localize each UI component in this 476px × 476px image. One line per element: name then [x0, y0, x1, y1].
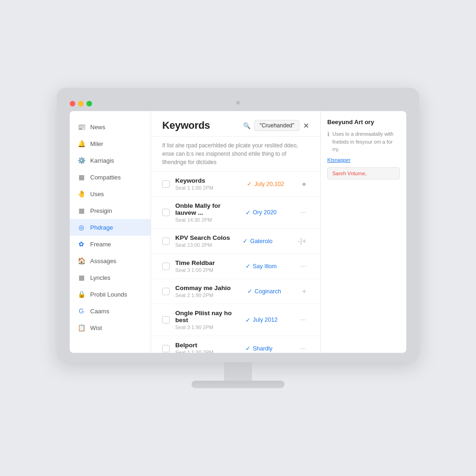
sidebar-item-uses[interactable]: 🤚 Uses — [70, 185, 151, 202]
list-item-actions[interactable]: ··· — [298, 207, 309, 218]
check-icon: ✓ — [243, 238, 248, 245]
traffic-light-red[interactable] — [70, 101, 75, 106]
list-checkbox[interactable] — [162, 238, 170, 245]
traffic-light-yellow[interactable] — [78, 101, 84, 106]
screen: 📰 News 🔔 Miler ⚙️ Karriagis ▦ Compatties… — [70, 111, 406, 353]
sidebar-icon-compatties: ▦ — [77, 173, 86, 181]
traffic-light-green[interactable] — [86, 101, 92, 106]
list-item-date: Seat 13:00 2PM — [175, 242, 237, 248]
list-info: Ongle Pliist nay ho best Seat 3 1:90 2PM — [175, 310, 240, 330]
list-item-actions[interactable]: + — [299, 286, 309, 297]
list-item: Commay me Jahio Seat 2 1:90 2PM ✓ Cogina… — [151, 279, 320, 304]
list-item: Time Reldbar Seat 3 1:00 2PM ✓ Say Illom… — [151, 254, 320, 279]
sidebar-label-wist: Wist — [90, 324, 102, 331]
search-query[interactable]: "Cruehanded" — [254, 120, 299, 131]
check-icon: ✓ — [245, 263, 251, 270]
sidebar-item-miler[interactable]: 🔔 Miler — [70, 135, 151, 152]
sidebar-icon-asssages: 🏠 — [77, 257, 86, 265]
list-item-date: Seat 2 1:90 2PM — [175, 292, 242, 298]
list-checkbox[interactable] — [162, 288, 170, 295]
panel-search-box[interactable]: Sanrh Vnlurne, — [327, 167, 400, 179]
sidebar-label-asssages: Asssages — [90, 258, 116, 264]
sidebar-item-probii-lounds[interactable]: 🔒 Probii Lounds — [70, 286, 151, 303]
list-info: Keywords Seat 1 1:00 2PM — [175, 177, 241, 191]
sidebar-icon-lyncles: ▦ — [77, 273, 86, 282]
sidebar-icon-miler: 🔔 — [77, 139, 86, 148]
check-icon: ✓ — [247, 180, 252, 187]
sidebar-icon-caams: G — [77, 307, 86, 315]
list-item-name: Time Reldbar — [175, 259, 240, 266]
list-item-date: Seat 3 1:90 2PM — [175, 324, 240, 330]
monitor-top — [70, 101, 406, 105]
sidebar-item-caams[interactable]: G Caams — [70, 303, 151, 319]
sidebar-item-asssages[interactable]: 🏠 Asssages — [70, 252, 151, 269]
traffic-lights — [70, 101, 92, 106]
list-item-name: Commay me Jahio — [175, 284, 242, 291]
sidebar-item-freame[interactable]: ✿ Freame — [70, 236, 151, 252]
list-item-actions[interactable]: ● — [299, 179, 309, 189]
panel-info-text: Uses lo a dreneaatally with fnebids in f… — [332, 130, 400, 153]
sidebar-icon-uses: 🤚 — [77, 190, 86, 198]
close-button[interactable]: ✕ — [303, 121, 309, 130]
list-info: KPV Search Colos Seat 13:00 2PM — [175, 234, 237, 248]
sidebar-icon-presigin: ▦ — [77, 206, 86, 215]
list-checkbox[interactable] — [162, 180, 170, 188]
monitor-wrapper: 📰 News 🔔 Miler ⚙️ Karriagis ▦ Compatties… — [57, 88, 419, 388]
list-item-name: Keywords — [175, 177, 241, 184]
sidebar-label-probii-lounds: Probii Lounds — [90, 291, 127, 298]
sidebar-item-karriagis[interactable]: ⚙️ Karriagis — [70, 152, 151, 169]
sidebar-icon-news: 📰 — [77, 123, 86, 131]
list-item-actions[interactable]: ··· — [298, 261, 309, 271]
list-info: Onble Mally for lauvew ... Seat 14:30 2P… — [175, 202, 240, 223]
search-icon: 🔍 — [243, 122, 251, 129]
list-item-actions[interactable]: ··· — [298, 315, 309, 325]
list-item-actions[interactable]: ··· — [298, 344, 309, 353]
list-item-date: Seat 1 1:00 2PM — [175, 185, 241, 191]
panel-info: ℹ Uses lo a dreneaatally with fnebids in… — [327, 130, 400, 153]
list-info: Belport Seat 1 1:30 2PM — [175, 342, 240, 353]
monitor-camera — [236, 101, 240, 105]
list-checkbox[interactable] — [162, 316, 170, 324]
list-checkbox[interactable] — [162, 209, 170, 216]
list-item: Ongle Pliist nay ho best Seat 3 1:90 2PM… — [151, 304, 320, 336]
sidebar-label-caams: Caams — [90, 308, 109, 315]
info-icon: ℹ — [327, 131, 330, 153]
sidebar-icon-karriagis: ⚙️ — [77, 156, 86, 165]
list-item-tag: ✓ Coginarch — [247, 288, 294, 295]
sidebar: 📰 News 🔔 Miler ⚙️ Karriagis ▦ Compatties… — [70, 111, 151, 353]
sidebar-icon-phdrage: ◎ — [77, 223, 86, 231]
list-item-actions[interactable]: -|+ — [295, 236, 309, 246]
list-item-name: KPV Search Colos — [175, 234, 237, 241]
sidebar-item-wist[interactable]: 📋 Wist — [70, 319, 151, 336]
list-info: Commay me Jahio Seat 2 1:90 2PM — [175, 284, 242, 298]
sidebar-label-news: News — [90, 124, 106, 131]
sidebar-label-uses: Uses — [90, 191, 104, 198]
sidebar-label-phdrage: Phdrage — [90, 224, 113, 231]
list-container: Keywords Seat 1 1:00 2PM ✓ July 20,102 ●… — [151, 172, 320, 353]
sidebar-item-news[interactable]: 📰 News — [70, 119, 151, 135]
sidebar-icon-freame: ✿ — [77, 240, 86, 248]
description-bar: If list ahe rpad pacerhlded de plcate yo… — [151, 137, 320, 172]
search-bar: 🔍 "Cruehanded" ✕ — [243, 120, 309, 131]
list-checkbox[interactable] — [162, 263, 170, 270]
check-icon: ✓ — [245, 345, 251, 352]
check-icon: ✓ — [247, 288, 252, 295]
sidebar-item-lyncles[interactable]: ▦ Lyncles — [70, 269, 151, 286]
list-info: Time Reldbar Seat 3 1:00 2PM — [175, 259, 240, 273]
sidebar-icon-wist: 📋 — [77, 324, 86, 332]
sidebar-item-presigin[interactable]: ▦ Presigin — [70, 202, 151, 219]
list-checkbox[interactable] — [162, 345, 170, 352]
panel-link[interactable]: Ktsnapper — [327, 157, 400, 163]
page-title: Keywords — [162, 119, 210, 132]
list-item-tag: ✓ July 2012 — [245, 317, 292, 324]
sidebar-label-freame: Freame — [90, 241, 111, 248]
sidebar-label-karriagis: Karriagis — [90, 157, 114, 164]
list-item-date: Seat 14:30 2PM — [175, 217, 240, 223]
list-item-tag: ✓ Say Illom — [245, 263, 292, 270]
sidebar-item-compatties[interactable]: ▦ Compatties — [70, 169, 151, 185]
sidebar-item-phdrage[interactable]: ◎ Phdrage — [70, 219, 151, 236]
monitor-stand-neck — [224, 362, 252, 381]
list-item-name: Belport — [175, 342, 240, 349]
list-item: Onble Mally for lauvew ... Seat 14:30 2P… — [151, 197, 320, 229]
list-item-date: Seat 1 1:30 2PM — [175, 350, 240, 353]
